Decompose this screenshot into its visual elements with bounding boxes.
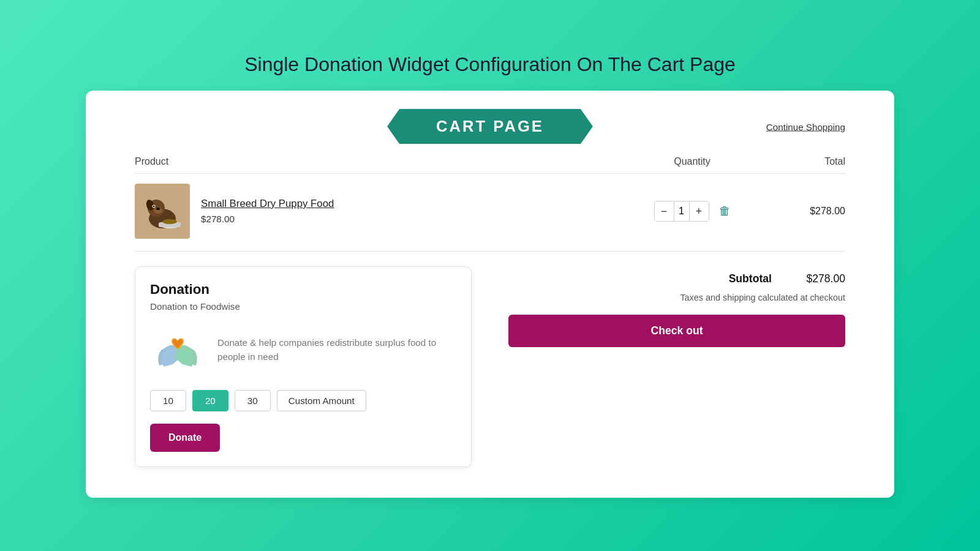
- donation-widget: Donation Donation to Foodwise: [135, 266, 472, 467]
- checkout-button[interactable]: Check out: [508, 315, 845, 347]
- product-price: $278.00: [201, 214, 235, 224]
- lower-section: Donation Donation to Foodwise: [135, 266, 845, 467]
- qty-increase-btn[interactable]: +: [689, 201, 709, 221]
- svg-point-7: [156, 208, 160, 210]
- qty-value: 1: [674, 206, 689, 217]
- product-info: Small Breed Dry Puppy Food $278.00: [135, 184, 631, 239]
- col-total: Total: [753, 156, 845, 167]
- cart-banner: CART PAGE: [387, 109, 593, 144]
- cart-header-row: CART PAGE Continue Shopping: [135, 109, 845, 144]
- delete-icon[interactable]: 🗑: [719, 204, 731, 218]
- tax-note: Taxes and shipping calculated at checkou…: [508, 293, 845, 302]
- donation-amounts: 10 20 30 Custom Amount: [150, 390, 456, 411]
- donation-visual: Donate & help companies redistribute sur…: [150, 323, 456, 378]
- table-header: Product Quantity Total: [135, 156, 845, 174]
- continue-shopping-link[interactable]: Continue Shopping: [766, 121, 845, 132]
- col-product: Product: [135, 156, 631, 167]
- subtotal-label: Subtotal: [729, 272, 772, 285]
- page-title: Single Donation Widget Configuration On …: [244, 53, 736, 76]
- product-image: [135, 184, 190, 239]
- amount-30-btn[interactable]: 30: [235, 390, 271, 411]
- donation-icon: [150, 323, 205, 378]
- product-details: Small Breed Dry Puppy Food $278.00: [201, 198, 334, 225]
- product-total: $278.00: [753, 206, 845, 217]
- product-name-link[interactable]: Small Breed Dry Puppy Food: [201, 198, 334, 210]
- product-row: Small Breed Dry Puppy Food $278.00 − 1 +…: [135, 184, 845, 252]
- svg-point-10: [162, 219, 177, 224]
- main-card: CART PAGE Continue Shopping Product Quan…: [86, 91, 894, 498]
- donate-button[interactable]: Donate: [150, 424, 220, 452]
- amount-20-btn[interactable]: 20: [192, 390, 228, 411]
- svg-point-5: [153, 206, 155, 208]
- subtotal-value: $278.00: [796, 272, 845, 285]
- col-quantity: Quantity: [631, 156, 753, 167]
- donation-subtitle: Donation to Foodwise: [150, 301, 456, 312]
- custom-amount-btn[interactable]: Custom Amount: [277, 390, 366, 411]
- donation-title: Donation: [150, 282, 456, 298]
- amount-10-btn[interactable]: 10: [150, 390, 186, 411]
- qty-decrease-btn[interactable]: −: [655, 201, 674, 221]
- quantity-control: − 1 + 🗑: [631, 201, 753, 222]
- subtotal-row: Subtotal $278.00: [508, 272, 845, 285]
- donation-description: Donate & help companies redistribute sur…: [217, 336, 456, 364]
- summary-section: Subtotal $278.00 Taxes and shipping calc…: [508, 266, 845, 347]
- qty-stepper: − 1 +: [654, 201, 709, 222]
